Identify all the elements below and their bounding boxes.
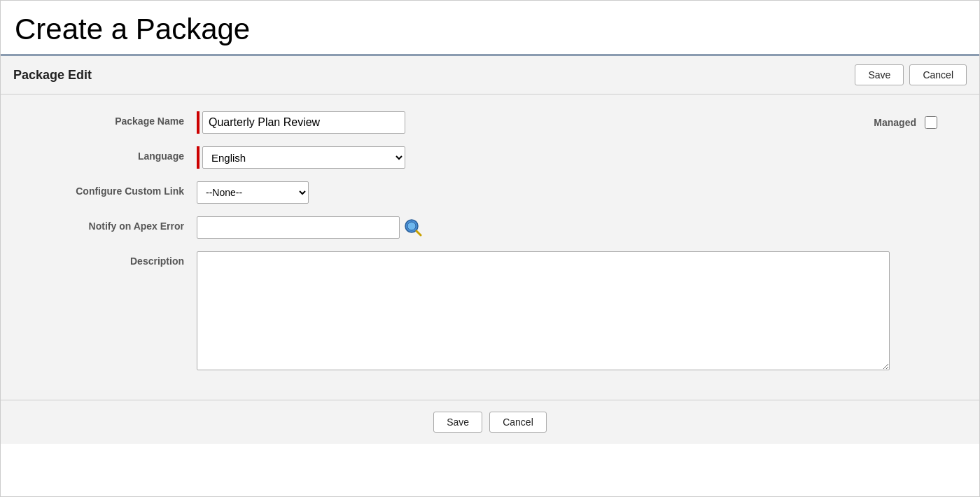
language-required-indicator (197, 146, 200, 169)
language-label: Language (15, 146, 197, 162)
description-textarea[interactable] (197, 251, 890, 370)
managed-label: Managed (874, 117, 916, 128)
notify-apex-error-row: Notify on Apex Error (15, 216, 965, 239)
page-title: Create a Package (15, 13, 965, 46)
configure-custom-link-select[interactable]: --None-- (197, 181, 309, 204)
form-header: Package Edit Save Cancel (1, 56, 979, 94)
page-header: Create a Package (1, 1, 979, 56)
configure-custom-link-row: Configure Custom Link --None-- (15, 181, 965, 204)
language-select[interactable]: English Spanish French German (202, 146, 405, 169)
save-button-top[interactable]: Save (855, 64, 904, 85)
form-body: Package Name Managed Language English (1, 94, 979, 400)
form-header-title: Package Edit (13, 68, 855, 83)
search-lookup-icon (404, 218, 422, 237)
form-footer: Save Cancel (1, 400, 979, 444)
description-label: Description (15, 251, 197, 267)
package-name-input[interactable] (202, 111, 405, 134)
configure-custom-link-field: --None-- (197, 181, 965, 204)
package-name-field: Managed (197, 111, 965, 134)
notify-apex-error-field (197, 216, 965, 239)
apex-error-search-button[interactable] (404, 218, 422, 237)
managed-field-group: Managed (874, 116, 965, 129)
required-indicator (197, 111, 200, 134)
package-name-row: Package Name Managed (15, 111, 965, 134)
language-row: Language English Spanish French German (15, 146, 965, 169)
page-wrapper: Create a Package Package Edit Save Cance… (0, 0, 980, 497)
form-section: Package Edit Save Cancel Package Name Ma… (1, 56, 979, 444)
cancel-button-bottom[interactable]: Cancel (489, 412, 547, 433)
save-button-bottom[interactable]: Save (433, 412, 482, 433)
description-row: Description (15, 251, 965, 370)
configure-custom-link-label: Configure Custom Link (15, 181, 197, 197)
cancel-button-top[interactable]: Cancel (909, 64, 967, 85)
description-field (197, 251, 965, 370)
notify-apex-error-input[interactable] (197, 216, 400, 239)
package-name-label: Package Name (15, 111, 197, 127)
language-field: English Spanish French German (197, 146, 965, 169)
header-buttons: Save Cancel (855, 64, 967, 85)
notify-apex-error-label: Notify on Apex Error (15, 216, 197, 232)
managed-checkbox[interactable] (925, 116, 937, 129)
svg-line-2 (416, 231, 421, 235)
